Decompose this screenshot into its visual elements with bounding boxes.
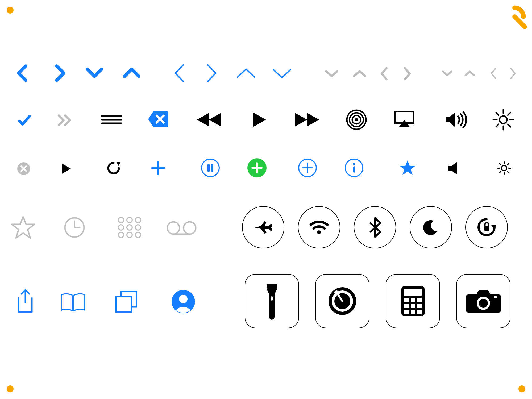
bluetooth-icon	[368, 217, 382, 238]
chevron-down-bold-icon[interactable]	[85, 66, 104, 81]
calculator-button[interactable]	[386, 274, 440, 328]
svg-line-23	[496, 113, 499, 115]
svg-point-44	[353, 163, 355, 165]
contact-icon[interactable]	[172, 290, 195, 313]
svg-rect-90	[411, 298, 415, 302]
flashlight-button[interactable]	[245, 274, 299, 328]
voicemail-icon[interactable]	[166, 221, 197, 235]
svg-point-61	[118, 217, 124, 223]
svg-rect-78	[116, 297, 131, 312]
play-small-icon[interactable]	[61, 162, 72, 175]
svg-point-48	[501, 165, 507, 171]
corner-dot-bottom-left	[7, 385, 14, 392]
pause-circle-icon[interactable]	[201, 158, 220, 177]
add-circle-outline-icon[interactable]	[298, 158, 317, 177]
svg-point-71	[184, 222, 196, 234]
airdrop-icon[interactable]	[346, 109, 367, 130]
svg-marker-30	[62, 163, 71, 174]
book-icon[interactable]	[60, 293, 86, 313]
camera-button[interactable]	[456, 274, 510, 328]
chevron-right-gray-icon[interactable]	[402, 66, 412, 81]
star-filled-icon[interactable]	[399, 160, 416, 176]
svg-rect-92	[404, 304, 409, 308]
camera-icon	[466, 288, 501, 314]
svg-point-100	[494, 296, 497, 298]
angle-left-small-gray-icon[interactable]	[489, 67, 498, 80]
wifi-button[interactable]	[298, 206, 340, 248]
svg-point-67	[118, 232, 124, 238]
star-outline-icon[interactable]	[11, 215, 36, 239]
svg-rect-96	[411, 310, 415, 314]
plus-icon[interactable]	[150, 160, 166, 176]
svg-line-55	[507, 164, 509, 165]
close-circle-icon[interactable]	[17, 162, 30, 175]
airplay-icon[interactable]	[394, 110, 415, 128]
chevron-up-bold-icon[interactable]	[122, 66, 141, 81]
chevron-left-gray-icon[interactable]	[379, 66, 390, 81]
double-chevron-right-icon[interactable]	[57, 114, 74, 127]
fast-forward-icon[interactable]	[294, 112, 321, 128]
brightness-full-icon[interactable]	[492, 109, 515, 131]
bluetooth-button[interactable]	[354, 206, 396, 248]
do-not-disturb-button[interactable]	[410, 206, 452, 248]
svg-rect-88	[404, 289, 422, 296]
moon-icon	[422, 218, 440, 237]
chevron-down-gray-icon[interactable]	[325, 69, 339, 79]
svg-point-68	[127, 232, 132, 238]
chevron-up-gray-icon[interactable]	[352, 69, 367, 79]
svg-marker-6	[209, 113, 221, 126]
volume-loud-icon[interactable]	[444, 110, 468, 129]
clock-icon[interactable]	[64, 217, 85, 238]
svg-rect-93	[411, 304, 415, 308]
svg-point-63	[135, 217, 141, 223]
angle-right-small-gray-icon[interactable]	[508, 67, 517, 80]
svg-point-18	[500, 116, 507, 123]
svg-point-62	[127, 217, 132, 223]
timer-button[interactable]	[315, 274, 369, 328]
svg-point-34	[202, 159, 219, 177]
svg-line-24	[508, 124, 510, 127]
chevron-up-small-gray-icon[interactable]	[464, 70, 475, 78]
svg-rect-89	[404, 298, 409, 302]
volume-mute-icon[interactable]	[447, 161, 462, 176]
airplane-icon	[253, 218, 273, 237]
svg-marker-8	[253, 112, 266, 127]
chevron-left-bold-icon[interactable]	[15, 64, 31, 82]
svg-line-56	[500, 171, 501, 173]
angle-up-thin-icon[interactable]	[235, 66, 257, 81]
svg-point-11	[355, 118, 358, 121]
svg-point-86	[334, 290, 339, 295]
timer-icon	[327, 286, 358, 317]
corner-logo-top-right	[502, 4, 527, 29]
rotation-lock-button[interactable]	[466, 206, 508, 248]
copy-icon[interactable]	[114, 290, 138, 314]
delete-tag-icon[interactable]	[148, 110, 168, 128]
svg-rect-45	[353, 166, 355, 173]
svg-marker-46	[400, 160, 415, 175]
svg-point-80	[179, 295, 188, 303]
airplane-mode-button[interactable]	[242, 206, 284, 248]
chevron-down-small-gray-icon[interactable]	[442, 70, 453, 78]
svg-point-69	[135, 232, 141, 238]
rewind-icon[interactable]	[196, 112, 222, 128]
svg-marker-47	[448, 162, 457, 174]
info-circle-icon[interactable]	[344, 158, 364, 177]
angle-right-thin-icon[interactable]	[203, 63, 219, 83]
svg-point-66	[135, 225, 141, 230]
angle-left-thin-icon[interactable]	[172, 63, 188, 83]
svg-line-54	[507, 171, 509, 173]
play-icon[interactable]	[251, 111, 267, 128]
angle-down-thin-icon[interactable]	[271, 66, 293, 81]
keypad-icon[interactable]	[117, 217, 142, 238]
svg-marker-31	[117, 162, 120, 166]
svg-point-64	[118, 225, 124, 230]
add-circle-green-icon[interactable]	[247, 158, 267, 177]
menu-lines-icon[interactable]	[101, 114, 122, 125]
chevron-right-bold-icon[interactable]	[52, 64, 68, 82]
share-icon[interactable]	[16, 289, 35, 314]
refresh-icon[interactable]	[106, 160, 121, 176]
checkmark-icon[interactable]	[17, 113, 32, 128]
svg-marker-7	[197, 113, 209, 126]
brightness-low-icon[interactable]	[496, 160, 512, 176]
svg-rect-75	[484, 226, 489, 231]
